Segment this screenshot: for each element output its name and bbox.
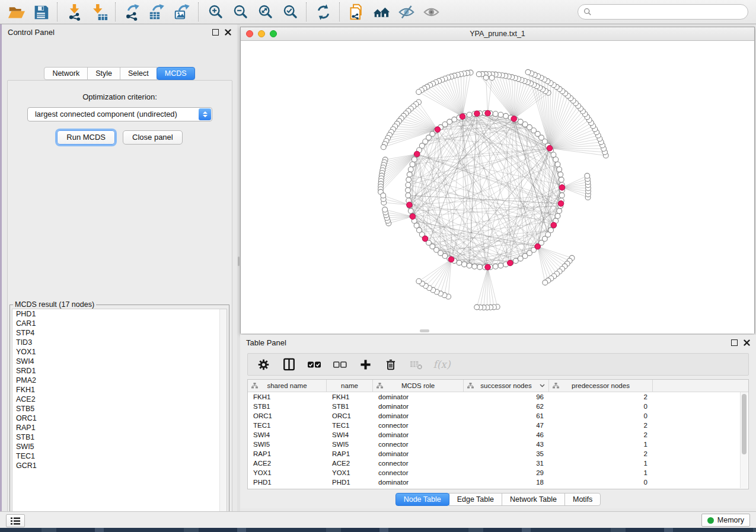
mcds-list-item[interactable]: YOX1 — [12, 347, 227, 357]
network-hscrollbar-thumb[interactable] — [420, 329, 429, 332]
column-header-predecessor-nodes[interactable]: predecessor nodes — [549, 380, 653, 392]
mcds-list-item[interactable]: GCR1 — [12, 461, 227, 470]
mcds-list-item[interactable]: SWI5 — [12, 442, 227, 451]
close-panel-icon[interactable] — [744, 339, 750, 346]
table-row[interactable]: TEC1TEC1connector472 — [248, 421, 748, 430]
table-header-row: shared namenameMCDS rolesuccessor nodesp… — [248, 380, 748, 392]
refresh-view-button[interactable] — [311, 1, 336, 23]
zoom-selected-button[interactable] — [277, 1, 302, 23]
show-columns-button[interactable] — [282, 357, 296, 371]
open-session-button[interactable] — [4, 1, 28, 23]
table-row[interactable]: STB1STB1dominator620 — [248, 402, 748, 411]
delete-column-button[interactable] — [384, 357, 398, 371]
table-toolbar: f(x) — [247, 353, 749, 376]
mcds-list-item[interactable]: TEC1 — [12, 451, 227, 461]
cell-MCDS-role: dominator — [373, 392, 464, 402]
column-header-successor-nodes[interactable]: successor nodes — [464, 380, 549, 392]
cell-predecessor-nodes: 2 — [549, 392, 653, 402]
mcds-list-item[interactable]: RAP1 — [12, 423, 227, 432]
show-graphics-button[interactable] — [419, 1, 444, 23]
mcds-list-item[interactable]: PMA2 — [12, 376, 227, 385]
splitter-handle-icon — [238, 257, 240, 266]
tab-style[interactable]: Style — [87, 67, 120, 80]
network-canvas[interactable] — [241, 41, 754, 334]
run-mcds-button[interactable]: Run MCDS — [57, 130, 115, 145]
table-row[interactable]: FKH1FKH1dominator962 — [248, 392, 748, 402]
tab-node-table[interactable]: Node Table — [395, 493, 449, 506]
clone-network-button[interactable] — [344, 1, 369, 23]
delete-table-button[interactable] — [409, 357, 423, 371]
mcds-list-item[interactable]: PHD1 — [12, 309, 227, 319]
table-row[interactable]: ACE2ACE2connector311 — [248, 459, 748, 468]
search-input[interactable] — [592, 7, 742, 17]
mcds-list-item[interactable]: STB1 — [12, 432, 227, 442]
column-header-shared-name[interactable]: shared name — [248, 380, 327, 392]
mcds-list-item[interactable]: ORC1 — [12, 414, 227, 423]
table-panel-title: Table Panel — [246, 338, 286, 347]
tab-select[interactable]: Select — [120, 67, 157, 80]
network-graph[interactable] — [241, 41, 754, 334]
float-window-icon[interactable] — [212, 29, 219, 36]
cell-predecessor-nodes: 1 — [549, 468, 653, 477]
table-row[interactable]: YOX1YOX1connector291 — [248, 468, 748, 477]
import-table-button[interactable] — [87, 1, 111, 23]
column-header-MCDS-role[interactable]: MCDS role — [373, 380, 464, 392]
close-panel-icon[interactable] — [225, 29, 231, 36]
checked-boxes-icon — [307, 360, 321, 370]
export-image-button[interactable] — [170, 1, 194, 23]
cell-MCDS-role: connector — [373, 468, 464, 477]
zoom-fit-button[interactable] — [253, 1, 277, 23]
criterion-dropdown[interactable]: largest connected component (undirected) — [27, 107, 212, 121]
deselect-all-button[interactable] — [333, 357, 347, 371]
add-column-button[interactable] — [358, 357, 372, 371]
table-vscrollbar[interactable] — [740, 392, 748, 488]
table-row[interactable]: SWI4SWI4dominator462 — [248, 430, 748, 440]
zoom-in-button[interactable] — [203, 1, 228, 23]
main-toolbar — [0, 0, 756, 24]
network-search-button[interactable] — [369, 1, 394, 23]
close-panel-button[interactable]: Close panel — [123, 130, 183, 145]
tab-mcds[interactable]: MCDS — [157, 67, 195, 80]
mcds-list-item[interactable]: STP4 — [12, 328, 227, 338]
save-session-button[interactable] — [28, 1, 53, 23]
tab-edge-table[interactable]: Edge Table — [449, 493, 502, 506]
mcds-list-item[interactable]: CAR1 — [12, 319, 227, 328]
table-vscrollbar-thumb[interactable] — [742, 394, 747, 454]
zoom-out-button[interactable] — [228, 1, 253, 23]
float-window-icon[interactable] — [731, 339, 738, 346]
table-settings-button[interactable] — [256, 357, 270, 371]
mcds-list-item[interactable]: ACE2 — [12, 395, 227, 404]
import-table-icon — [91, 4, 108, 21]
tab-network-table[interactable]: Network Table — [502, 493, 565, 506]
table-row[interactable]: ORC1ORC1dominator610 — [248, 411, 748, 421]
export-network-button[interactable] — [120, 1, 145, 23]
column-header-name[interactable]: name — [327, 380, 373, 392]
mcds-list-scrollbar[interactable] — [219, 309, 227, 515]
table-row[interactable]: SWI5SWI5connector431 — [248, 440, 748, 449]
houses-icon — [373, 4, 390, 21]
export-table-button[interactable] — [145, 1, 170, 23]
zoom-selected-icon — [282, 4, 299, 21]
table-row[interactable]: PHD1PHD1dominator180 — [248, 477, 748, 487]
table-panel-tabs: Node TableEdge TableNetwork TableMotifs — [240, 493, 756, 506]
cell-name: ORC1 — [327, 411, 373, 421]
mcds-list-item[interactable]: FKH1 — [12, 385, 227, 395]
zoom-in-icon — [207, 4, 224, 21]
task-history-button[interactable] — [6, 514, 25, 527]
tab-motifs[interactable]: Motifs — [564, 493, 601, 506]
memory-button[interactable]: Memory — [701, 514, 750, 527]
import-network-button[interactable] — [62, 1, 87, 23]
function-builder-button[interactable]: f(x) — [435, 357, 449, 371]
mcds-list-item[interactable]: TID3 — [12, 338, 227, 347]
tab-network[interactable]: Network — [44, 67, 88, 80]
select-all-button[interactable] — [307, 357, 321, 371]
search-box[interactable] — [578, 4, 748, 20]
eye-icon — [423, 4, 440, 21]
table-row[interactable]: RAP1RAP1dominator352 — [248, 449, 748, 459]
network-window-titlebar[interactable]: YPA_prune.txt_1 — [241, 27, 754, 41]
mcds-list-item[interactable]: SRD1 — [12, 366, 227, 376]
mcds-list-item[interactable]: SWI4 — [12, 357, 227, 366]
hide-graphics-button[interactable] — [394, 1, 419, 23]
mcds-list-item[interactable]: STB5 — [12, 404, 227, 414]
network-window: YPA_prune.txt_1 — [240, 27, 755, 334]
